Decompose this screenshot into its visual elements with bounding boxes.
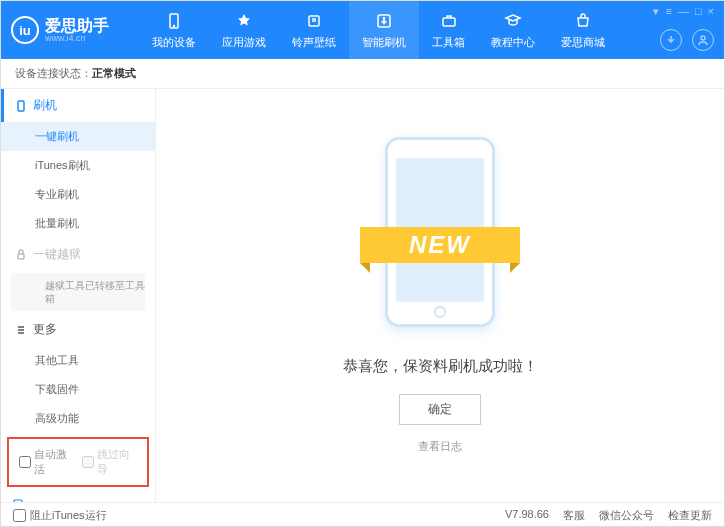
phone-icon — [13, 499, 23, 502]
svg-point-1 — [174, 25, 175, 26]
app-name: 爱思助手 — [45, 18, 109, 34]
version-label: V7.98.66 — [505, 508, 549, 523]
user-button[interactable] — [692, 29, 714, 51]
sidebar-item-oneclick-flash[interactable]: 一键刷机 — [1, 122, 155, 151]
status-value: 正常模式 — [92, 66, 136, 81]
app-url: www.i4.cn — [45, 34, 109, 43]
view-log-link[interactable]: 查看日志 — [418, 439, 462, 454]
tab-ringtone[interactable]: 铃声壁纸 — [279, 1, 349, 59]
maximize-icon[interactable]: □ — [695, 5, 702, 18]
svg-rect-6 — [18, 101, 24, 111]
svg-rect-8 — [14, 500, 22, 502]
lock-icon — [15, 249, 27, 261]
download-button[interactable] — [660, 29, 682, 51]
footer-link-update[interactable]: 检查更新 — [668, 508, 712, 523]
tab-flash[interactable]: 智能刷机 — [349, 1, 419, 59]
list-icon — [15, 324, 27, 336]
ringtone-icon — [304, 11, 324, 31]
tab-tutorial[interactable]: 教程中心 — [478, 1, 548, 59]
sidebar-item-batch-flash[interactable]: 批量刷机 — [1, 209, 155, 238]
sidebar-header-more[interactable]: 更多 — [1, 313, 155, 346]
sidebar: 刷机 一键刷机 iTunes刷机 专业刷机 批量刷机 一键越狱 越狱工具已转移至… — [1, 89, 156, 502]
flash-icon — [374, 11, 394, 31]
tutorial-icon — [503, 11, 523, 31]
footer: 阻止iTunes运行 V7.98.66 客服 微信公众号 检查更新 — [1, 502, 724, 527]
svg-rect-7 — [18, 254, 24, 259]
phone-icon — [15, 100, 27, 112]
sidebar-item-advanced[interactable]: 高级功能 — [1, 404, 155, 433]
checkbox-highlight-box: 自动激活 跳过向导 — [7, 437, 149, 487]
app-logo: iu 爱思助手 www.i4.cn — [11, 16, 109, 44]
device-info: iPhone 15 Pro Max 512GB iPhone — [1, 491, 155, 502]
jailbreak-note: 越狱工具已转移至工具箱 — [11, 273, 145, 311]
dropdown-icon[interactable]: ▾ — [653, 5, 659, 18]
footer-link-wechat[interactable]: 微信公众号 — [599, 508, 654, 523]
toolbox-icon — [439, 11, 459, 31]
close-icon[interactable]: × — [708, 5, 714, 18]
sidebar-header-flash[interactable]: 刷机 — [1, 89, 155, 122]
menu-icon[interactable]: ≡ — [665, 5, 671, 18]
sidebar-item-itunes-flash[interactable]: iTunes刷机 — [1, 151, 155, 180]
minimize-icon[interactable]: — — [678, 5, 689, 18]
shop-icon — [573, 11, 593, 31]
tab-my-device[interactable]: 我的设备 — [139, 1, 209, 59]
svg-rect-4 — [443, 18, 455, 26]
success-message: 恭喜您，保资料刷机成功啦！ — [343, 357, 538, 376]
status-label: 设备连接状态： — [15, 66, 92, 81]
phone-illustration: NEW — [370, 137, 510, 337]
tab-shop[interactable]: 爱思商城 — [548, 1, 618, 59]
confirm-button[interactable]: 确定 — [399, 394, 481, 425]
content-area: NEW 恭喜您，保资料刷机成功啦！ 确定 查看日志 — [156, 89, 724, 502]
checkbox-auto-activate[interactable]: 自动激活 — [19, 447, 74, 477]
window-controls: ▾ ≡ — □ × — [653, 5, 714, 18]
sidebar-item-other-tools[interactable]: 其他工具 — [1, 346, 155, 375]
device-name[interactable]: iPhone 15 Pro Max — [13, 499, 143, 502]
sidebar-header-jailbreak: 一键越狱 — [1, 238, 155, 271]
status-bar: 设备连接状态： 正常模式 — [1, 59, 724, 89]
logo-icon: iu — [11, 16, 39, 44]
header: iu 爱思助手 www.i4.cn 我的设备 应用游戏 铃声壁纸 智能刷机 工具… — [1, 1, 724, 59]
apps-icon — [234, 11, 254, 31]
checkbox-skip-guide[interactable]: 跳过向导 — [82, 447, 137, 477]
sidebar-item-download-firmware[interactable]: 下载固件 — [1, 375, 155, 404]
svg-point-5 — [701, 36, 705, 40]
checkbox-block-itunes[interactable]: 阻止iTunes运行 — [13, 508, 107, 523]
footer-link-support[interactable]: 客服 — [563, 508, 585, 523]
top-tabs: 我的设备 应用游戏 铃声壁纸 智能刷机 工具箱 教程中心 爱思商城 — [139, 1, 618, 59]
sidebar-item-pro-flash[interactable]: 专业刷机 — [1, 180, 155, 209]
device-icon — [164, 11, 184, 31]
tab-apps[interactable]: 应用游戏 — [209, 1, 279, 59]
new-banner: NEW — [360, 227, 520, 263]
tab-toolbox[interactable]: 工具箱 — [419, 1, 478, 59]
